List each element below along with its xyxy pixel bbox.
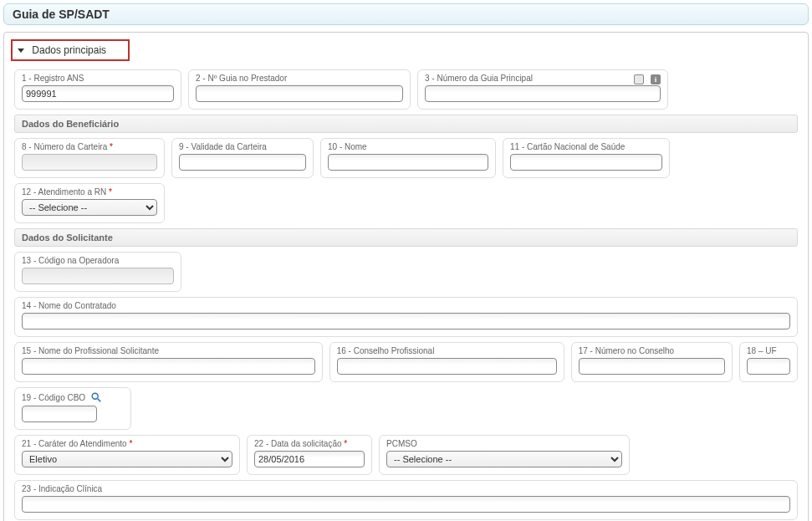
section-dados-principais-toggle[interactable]: Dados principais [11,39,130,61]
label-numero-carteira: 8 - Número da Carteira * [22,142,157,151]
subheader-beneficiario: Dados do Beneficiário [14,115,798,133]
chevron-down-icon [18,49,24,53]
label-cns: 11 - Cartão Nacional de Saúde [510,142,662,151]
form-area: 1 - Registro ANS 2 - Nº Guia no Prestado… [4,69,808,521]
input-validade-carteira[interactable] [179,154,306,171]
field-validade-carteira: 9 - Validade da Carteira [171,138,314,178]
field-cbo: 19 - Código CBO [14,387,131,430]
page-title: Guia de SP/SADT [3,3,809,25]
field-data-solicitacao: 22 - Data da solicitação * [247,435,372,475]
input-nome-contratado[interactable] [22,313,790,329]
search-icon[interactable] [90,391,102,403]
input-numero-conselho[interactable] [579,358,725,375]
label-indicacao-clinica: 23 - Indicação Clínica [22,484,790,493]
field-guia-prestador: 2 - Nº Guia no Prestador [188,69,411,110]
input-cbo[interactable] [22,406,97,422]
input-nome[interactable] [328,154,488,171]
select-pcmso[interactable]: -- Selecione -- [386,451,622,467]
field-conselho: 16 - Conselho Profissional [329,342,564,382]
field-codigo-operadora: 13 - Código na Operadora [14,252,181,292]
field-pcmso: PCMSO -- Selecione -- [379,435,630,475]
label-cbo: 19 - Código CBO [22,391,124,403]
label-conselho: 16 - Conselho Profissional [337,346,557,355]
field-registro-ans: 1 - Registro ANS [14,69,181,110]
label-codigo-operadora: 13 - Código na Operadora [22,256,174,265]
field-cns: 11 - Cartão Nacional de Saúde [503,138,670,178]
main-panel: Dados principais 1 - Registro ANS 2 - Nº… [3,32,809,521]
label-carater: 21 - Caráter do Atendimento * [22,439,232,448]
input-registro-ans[interactable] [22,85,174,102]
select-atendimento-rn[interactable]: -- Selecione -- [22,199,157,216]
input-conselho[interactable] [337,358,557,375]
label-data-solicitacao: 22 - Data da solicitação * [254,439,365,448]
field-profissional: 15 - Nome do Profissional Solicitante [14,342,323,382]
input-numero-carteira[interactable] [22,154,157,171]
field-numero-carteira: 8 - Número da Carteira * [14,138,165,178]
label-profissional: 15 - Nome do Profissional Solicitante [22,346,315,355]
input-guia-principal[interactable] [425,85,661,102]
label-registro-ans: 1 - Registro ANS [22,74,174,83]
input-cns[interactable] [510,154,662,171]
label-numero-conselho: 17 - Número no Conselho [579,346,725,355]
label-nome: 10 - Nome [328,142,488,151]
field-nome-contratado: 14 - Nome do Contratado [14,297,798,337]
field-guia-principal: 3 - Número da Guia Principal i [417,69,668,110]
input-uf[interactable] [747,358,790,375]
anchor-icon[interactable] [634,74,644,84]
input-profissional[interactable] [22,358,315,375]
input-codigo-operadora[interactable] [22,268,174,284]
field-numero-conselho: 17 - Número no Conselho [571,342,733,382]
label-validade-carteira: 9 - Validade da Carteira [179,142,306,151]
label-nome-contratado: 14 - Nome do Contratado [22,301,790,310]
field-nome: 10 - Nome [320,138,496,178]
svg-line-1 [98,399,101,402]
field-atendimento-rn: 12 - Atendimento a RN * -- Selecione -- [14,183,165,223]
svg-point-0 [92,393,98,399]
label-atendimento-rn: 12 - Atendimento a RN * [22,187,157,197]
input-indicacao-clinica[interactable] [22,496,790,513]
label-guia-prestador: 2 - Nº Guia no Prestador [196,74,403,83]
input-guia-prestador[interactable] [196,85,403,102]
subheader-solicitante: Dados do Solicitante [14,228,798,247]
select-carater[interactable]: Eletivo [22,451,232,467]
info-icon[interactable]: i [651,74,661,84]
label-guia-principal: 3 - Número da Guia Principal [425,74,533,83]
input-data-solicitacao[interactable] [254,451,365,467]
label-pcmso: PCMSO [386,439,622,448]
section-title: Dados principais [32,44,106,56]
field-carater: 21 - Caráter do Atendimento * Eletivo [14,435,240,475]
field-indicacao-clinica: 23 - Indicação Clínica [14,480,798,520]
field-uf: 18 – UF [739,342,798,382]
label-uf: 18 – UF [747,346,790,355]
